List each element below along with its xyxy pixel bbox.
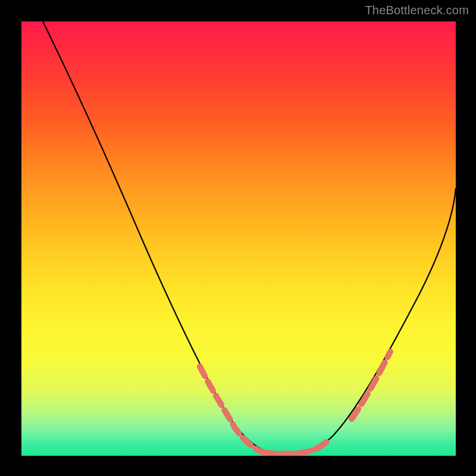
highlight-descending xyxy=(200,367,262,452)
bottleneck-curve-svg xyxy=(21,21,456,456)
bottleneck-curve-line xyxy=(43,21,456,453)
highlight-ascending xyxy=(352,352,390,419)
chart-container: TheBottleneck.com xyxy=(0,0,476,476)
plot-area xyxy=(21,21,456,456)
watermark-text: TheBottleneck.com xyxy=(365,4,469,17)
highlight-bottom xyxy=(262,439,330,454)
